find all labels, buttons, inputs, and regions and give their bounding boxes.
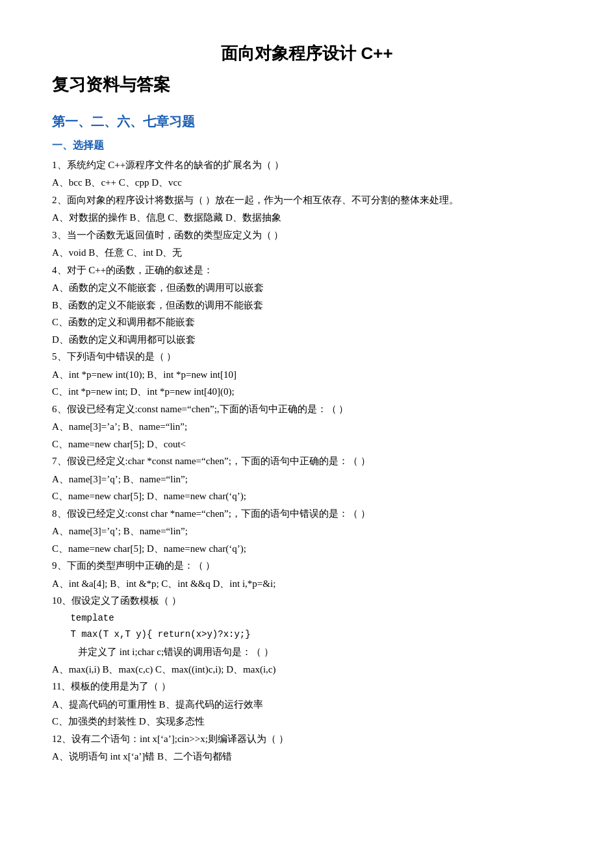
question-3: 3、当一个函数无返回值时，函数的类型应定义为（ ）: [52, 227, 562, 244]
question-12: 12、设有二个语句：int x[‘a’];cin>>x;则编译器认为（ ）: [52, 731, 562, 748]
question-2: 2、面向对象的程序设计将数据与（ ）放在一起，作为一个相互依存、不可分割的整体来…: [52, 192, 562, 209]
option-7a: A、name[3]=’q’; B、name=“lin”;: [52, 471, 562, 488]
option-10: A、max(i,i) B、max(c,c) C、max((int)c,i); D…: [52, 662, 562, 678]
option-9: A、int &a[4]; B、int &*p; C、int &&q D、int …: [52, 576, 562, 593]
sub-title: 复习资料与答案: [52, 70, 562, 99]
option-6a: A、name[3]=’a’; B、name=“lin”;: [52, 419, 562, 436]
question-4: 4、对于 C++的函数，正确的叙述是：: [52, 262, 562, 279]
question-11: 11、模板的使用是为了（ ）: [52, 678, 562, 695]
question-6: 6、假设已经有定义:const name=“chen”;,下面的语句中正确的是：…: [52, 401, 562, 418]
main-title: 面向对象程序设计 C++: [52, 39, 562, 68]
question-10: 10、假设定义了函数模板（ ）: [52, 593, 562, 610]
questions-container: 1、系统约定 C++源程序文件名的缺省的扩展名为（ ） A、bcc B、c++ …: [52, 157, 562, 765]
code-10a: template: [65, 611, 562, 626]
option-4c: C、函数的定义和调用都不能嵌套: [52, 314, 562, 331]
option-8b: C、name=new char[5]; D、name=new char(‘q’)…: [52, 541, 562, 558]
option-5b: C、int *p=new int; D、int *p=new int[40](0…: [52, 384, 562, 401]
option-8a: A、name[3]=’q’; B、name=“lin”;: [52, 523, 562, 540]
option-1: A、bcc B、c++ C、cpp D、vcc: [52, 175, 562, 192]
question-1: 1、系统约定 C++源程序文件名的缺省的扩展名为（ ）: [52, 157, 562, 174]
option-3: A、void B、任意 C、int D、无: [52, 245, 562, 262]
option-6b: C、name=new char[5]; D、cout<: [52, 436, 562, 453]
chapter-heading: 第一、二、六、七章习题: [52, 110, 562, 132]
option-2: A、对数据的操作 B、信息 C、数据隐藏 D、数据抽象: [52, 210, 562, 227]
option-4d: D、函数的定义和调用都可以嵌套: [52, 332, 562, 349]
question-7: 7、假设已经定义:char *const name=“chen”;，下面的语句中…: [52, 453, 562, 470]
code-10b: T max(T x,T y){ return(x>y)?x:y;}: [65, 627, 562, 643]
question-5: 5、下列语句中错误的是（ ）: [52, 349, 562, 366]
option-7b: C、name=new char[5]; D、name=new char(‘q’)…: [52, 488, 562, 505]
option-10-extra: 并定义了 int i;char c;错误的调用语句是：（ ）: [78, 644, 562, 661]
option-4b: B、函数的定义不能嵌套，但函数的调用不能嵌套: [52, 297, 562, 314]
option-4a: A、函数的定义不能嵌套，但函数的调用可以嵌套: [52, 280, 562, 297]
option-11b: C、加强类的封装性 D、实现多态性: [52, 713, 562, 730]
question-8: 8、假设已经定义:const char *name=“chen”;，下面的语句中…: [52, 506, 562, 523]
option-5a: A、int *p=new int(10); B、int *p=new int[1…: [52, 367, 562, 384]
option-12: A、说明语句 int x[‘a’]错 B、二个语句都错: [52, 749, 562, 765]
section1-heading: 一、选择题: [52, 136, 562, 154]
option-11a: A、提高代码的可重用性 B、提高代码的运行效率: [52, 697, 562, 713]
question-9: 9、下面的类型声明中正确的是：（ ）: [52, 558, 562, 575]
